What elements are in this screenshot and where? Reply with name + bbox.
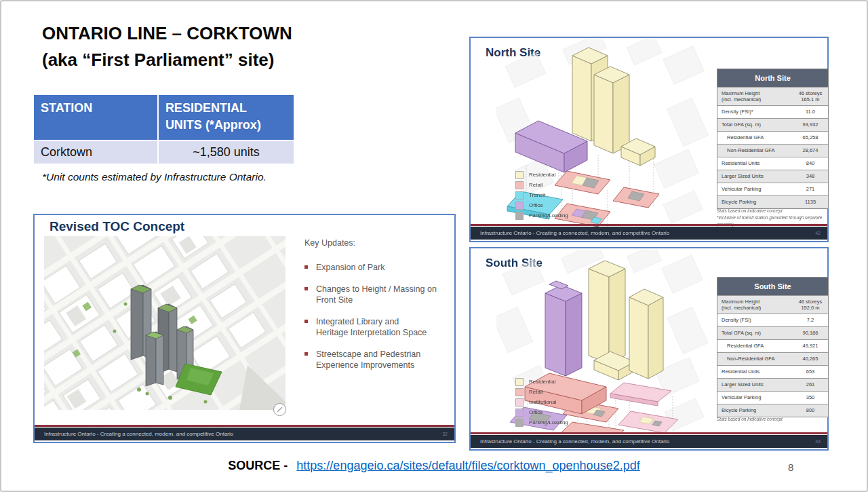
footer-slide-number: 42: [815, 231, 821, 235]
north-stats-table: North Site Maximum Height (incl. mechani…: [717, 69, 829, 209]
legend-item: Office: [515, 407, 590, 417]
revised-toc-slide: Revised TOC Concept: [33, 214, 456, 443]
footer-text: Infrastructure Ontario - Creating a conn…: [480, 230, 815, 236]
bullet-square-icon: [304, 265, 308, 269]
list-item: Expansion of Park: [304, 262, 455, 273]
footer-slide-number: 32: [442, 432, 448, 436]
table-row: Corktown ~1,580 units: [33, 140, 294, 164]
footer-slide-number: 43: [815, 439, 821, 444]
legend-item: Retail: [515, 180, 590, 190]
stats-table-header: North Site: [717, 69, 828, 87]
legend-swatch-office: [515, 409, 524, 417]
list-item: Streetscape and Pedestrian Experience Im…: [304, 349, 455, 371]
north-legend: Residential Retail Transit Office Parkin…: [515, 170, 590, 221]
legend-swatch-parking: [515, 419, 524, 427]
source-label: SOURCE -: [228, 459, 288, 472]
legend-swatch-retail: [515, 388, 524, 396]
slide-canvas: ONTARIO LINE – CORKTOWN (aka “First Parl…: [0, 0, 868, 492]
north-site-slide: North Site: [469, 37, 829, 242]
page-number: 8: [788, 461, 793, 473]
page-title-line1: ONTARIO LINE – CORKTOWN: [42, 20, 292, 47]
list-item: Changes to Height / Massing on Front Sit…: [304, 284, 455, 305]
legend-swatch-office: [515, 202, 524, 210]
toc-slide-title: Revised TOC Concept: [50, 219, 184, 234]
south-stats-table: South Site Maximum Height (incl. mechani…: [717, 277, 829, 417]
legend-item: Transit: [515, 190, 590, 200]
slide-footer: Infrastructure Ontario - Creating a conn…: [471, 435, 827, 448]
footer-accent-line: [471, 432, 827, 434]
stats-table-header: South Site: [717, 278, 828, 295]
bullet-square-icon: [304, 320, 308, 323]
units-cell: ~1,580 units: [158, 140, 294, 164]
slide-footer: Infrastructure Ontario - Creating a conn…: [471, 227, 827, 240]
legend-swatch-institutional: [515, 398, 524, 406]
footer-text: Infrastructure Ontario - Creating a conn…: [44, 431, 442, 437]
source-link[interactable]: https://engageio.ca/sites/default/files/…: [296, 459, 639, 472]
station-header-cell: STATION: [33, 94, 158, 140]
legend-item: Parking/Loading: [515, 210, 590, 221]
key-updates-panel: Key Updates: Expansion of Park Changes t…: [304, 238, 455, 381]
units-header-cell: RESIDENTIAL UNITS (*Approx): [158, 94, 294, 140]
legend-swatch-transit: [515, 191, 524, 200]
list-item: Integrated Library and Heritage Interpre…: [304, 316, 455, 338]
legend-item: Retail: [515, 387, 590, 397]
footer-accent-line: [35, 425, 454, 427]
legend-swatch-parking: [515, 212, 524, 220]
legend-swatch-residential: [515, 378, 524, 386]
unit-count-footnote: *Unit counts estimated by Infrastructure…: [42, 171, 267, 183]
station-units-table: STATION RESIDENTIAL UNITS (*Approx) Cork…: [33, 94, 294, 164]
legend-item: Institutional: [515, 397, 590, 407]
slide-footer: Infrastructure Ontario - Creating a conn…: [35, 428, 454, 440]
station-cell: Corktown: [33, 140, 158, 164]
stats-notes: Stats based on indicative concept: [717, 416, 832, 423]
rotate-compass-icon: [273, 403, 286, 416]
legend-swatch-retail: [515, 181, 524, 189]
page-title: ONTARIO LINE – CORKTOWN (aka “First Parl…: [42, 20, 292, 73]
legend-item: Office: [515, 200, 590, 210]
aerial-concept-image: .: [44, 236, 285, 410]
page-title-line2: (aka “First Parliament” site): [42, 47, 292, 73]
south-site-slide: South Site: [469, 247, 829, 451]
legend-item: Residential: [515, 377, 590, 387]
bullet-square-icon: [304, 352, 308, 356]
bullet-square-icon: [304, 287, 308, 290]
footer-text: Infrastructure Ontario - Creating a conn…: [480, 438, 815, 444]
south-legend: Residential Retail Institutional Office …: [515, 377, 590, 428]
source-line: SOURCE - https://engageio.ca/sites/defau…: [1, 459, 867, 473]
legend-item: Residential: [515, 170, 590, 180]
key-updates-heading: Key Updates:: [304, 238, 455, 248]
footer-accent-line: [471, 224, 827, 226]
legend-item: Parking/Loading: [515, 417, 590, 428]
legend-swatch-residential: [515, 171, 524, 179]
